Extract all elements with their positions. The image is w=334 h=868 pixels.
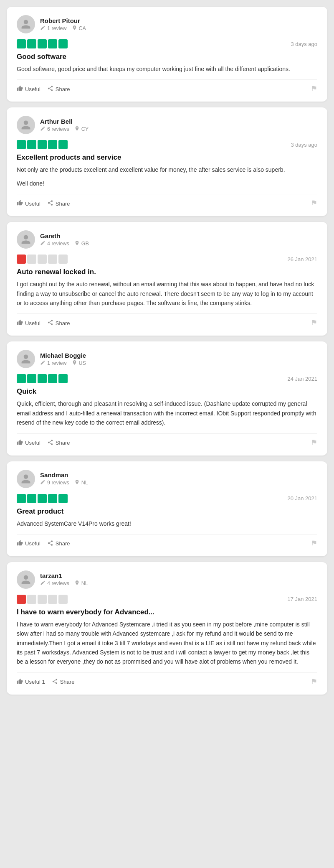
reviewer-location: US: [79, 360, 86, 366]
rating-row: 26 Jan 2021: [17, 255, 317, 264]
actions-row: Useful Share: [17, 194, 317, 208]
flag-button[interactable]: [311, 199, 317, 208]
star-rating: [17, 374, 68, 383]
avatar: [17, 350, 35, 368]
star-filled: [48, 374, 57, 383]
share-icon: [47, 200, 53, 207]
star-filled: [38, 494, 47, 503]
flag-button[interactable]: [311, 439, 317, 447]
avatar: [17, 230, 35, 249]
useful-label: Useful: [25, 201, 40, 207]
share-button[interactable]: Share: [47, 85, 70, 93]
useful-button[interactable]: Useful 1: [17, 678, 45, 686]
flag-button[interactable]: [311, 540, 317, 548]
share-button[interactable]: Share: [47, 439, 70, 447]
avatar: [17, 15, 35, 33]
share-label: Share: [56, 440, 70, 446]
reviewer-info: tarzan1 4 reviews NL: [40, 572, 88, 587]
reviewer-row: Sandman 9 reviews NL: [17, 470, 317, 488]
share-button[interactable]: Share: [52, 678, 75, 686]
location-icon: [72, 25, 77, 32]
star-filled: [27, 494, 36, 503]
pencil-icon: [40, 240, 46, 247]
review-body: Quick, efficient, thorough and pleasant …: [17, 399, 317, 427]
reviewer-info: Sandman 9 reviews NL: [40, 471, 88, 486]
review-count-item: 4 reviews: [40, 240, 69, 247]
star-filled: [17, 595, 26, 604]
star-filled: [27, 39, 36, 48]
star-filled: [58, 140, 68, 149]
useful-button[interactable]: Useful: [17, 85, 40, 93]
reviewer-location: NL: [81, 580, 88, 586]
thumb-icon: [17, 319, 23, 327]
useful-button[interactable]: Useful: [17, 540, 40, 547]
flag-button[interactable]: [311, 85, 317, 93]
share-button[interactable]: Share: [47, 200, 70, 207]
star-filled: [48, 39, 57, 48]
reviewer-row: Arthur Bell 6 reviews CY: [17, 116, 317, 134]
share-label: Share: [56, 320, 70, 326]
rating-row: 3 days ago: [17, 140, 317, 149]
star-empty: [38, 595, 47, 604]
review-card-2: Arthur Bell 6 reviews CY 3 days ago Exce…: [7, 107, 327, 216]
star-filled: [38, 140, 47, 149]
share-icon: [52, 678, 58, 686]
share-icon: [47, 439, 53, 447]
useful-button[interactable]: Useful: [17, 200, 40, 207]
review-title: Auto renewal locked in.: [17, 268, 317, 276]
pencil-icon: [40, 580, 46, 587]
reviewer-name: Robert Pitour: [40, 17, 86, 24]
pencil-icon: [40, 126, 46, 132]
share-button[interactable]: Share: [47, 540, 70, 547]
review-body: Not only are the products excellent and …: [17, 165, 317, 188]
review-card-4: Michael Boggie 1 review US 24 Jan 2021 Q…: [7, 341, 327, 455]
location-icon: [74, 580, 80, 587]
location-item: CY: [74, 126, 89, 132]
review-date: 3 days ago: [291, 142, 317, 148]
thumb-icon: [17, 85, 23, 93]
reviewer-info: Arthur Bell 6 reviews CY: [40, 118, 89, 132]
useful-button[interactable]: Useful: [17, 439, 40, 447]
review-count: 4 reviews: [47, 241, 69, 247]
review-count: 6 reviews: [47, 126, 69, 132]
star-filled: [27, 140, 36, 149]
share-icon: [47, 319, 53, 327]
star-filled: [48, 494, 57, 503]
action-buttons: Useful Share: [17, 85, 70, 93]
star-rating: [17, 255, 68, 264]
reviewer-row: Michael Boggie 1 review US: [17, 350, 317, 368]
star-filled: [17, 494, 26, 503]
star-filled: [38, 374, 47, 383]
star-filled: [58, 39, 68, 48]
star-empty: [58, 255, 68, 264]
action-buttons: Useful Share: [17, 439, 70, 447]
review-body: Advanced SystemCare V14Pro works great!: [17, 519, 317, 528]
location-item: US: [72, 360, 86, 367]
reviewer-row: tarzan1 4 reviews NL: [17, 570, 317, 589]
reviewer-meta: 6 reviews CY: [40, 126, 89, 132]
flag-icon: [311, 86, 317, 93]
useful-button[interactable]: Useful: [17, 319, 40, 327]
share-label: Share: [56, 86, 70, 92]
avatar: [17, 570, 35, 589]
review-card-1: Robert Pitour 1 review CA 3 days ago Goo…: [7, 7, 327, 102]
review-count-item: 1 review: [40, 360, 67, 367]
star-filled: [58, 374, 68, 383]
star-empty: [38, 255, 47, 264]
reviewer-meta: 1 review CA: [40, 25, 86, 32]
reviewer-row: Gareth 4 reviews GB: [17, 230, 317, 249]
location-icon: [72, 360, 77, 367]
review-date: 20 Jan 2021: [287, 495, 317, 501]
flag-button[interactable]: [311, 319, 317, 327]
review-count-item: 4 reviews: [40, 580, 69, 587]
review-title: I have to warn everybody for Advanced...: [17, 608, 317, 616]
location-item: NL: [74, 580, 88, 587]
reviewer-name: Michael Boggie: [40, 352, 86, 359]
flag-button[interactable]: [311, 678, 317, 686]
rating-row: 17 Jan 2021: [17, 595, 317, 604]
location-item: GB: [74, 240, 89, 247]
share-button[interactable]: Share: [47, 319, 70, 327]
avatar: [17, 470, 35, 488]
useful-label: Useful: [25, 320, 40, 326]
star-filled: [38, 39, 47, 48]
